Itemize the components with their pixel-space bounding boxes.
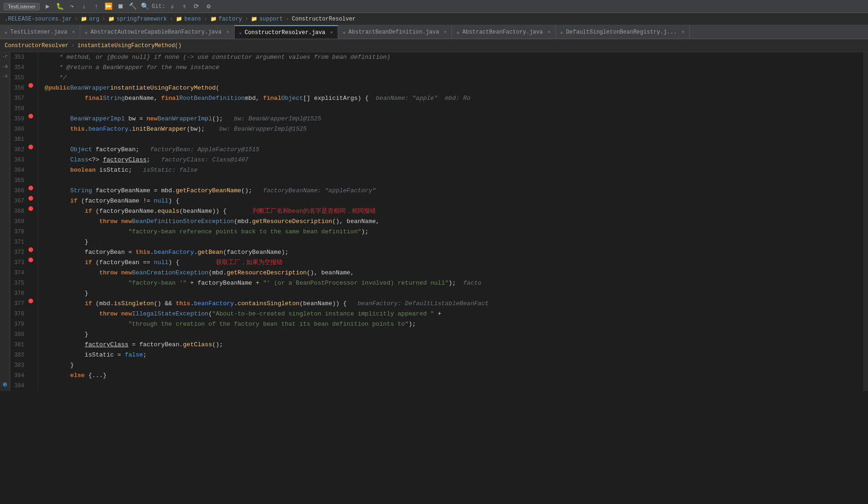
line-366: 366 (10, 186, 38, 196)
line-364: 364 (10, 165, 38, 175)
java-icon-5: ☕ (457, 29, 459, 35)
line-394: 394 (10, 381, 38, 391)
toolbar: TestListener ▶ 🐛 ↷ ↓ ↑ ⏩ ⏹ 🔨 🔍 Git: ⇓ ⇑ … (0, 0, 868, 13)
code-line-369: throw new BeanDefinitionStoreException(m… (41, 217, 863, 227)
line-383: 383 (10, 360, 38, 371)
code-line-357: final String beanName, final RootBeanDef… (41, 93, 863, 104)
sidebar-debug-icon[interactable]: -r (2, 54, 7, 59)
sidebar-a-icon[interactable]: -a (2, 64, 7, 69)
java-icon-3: ☕ (239, 30, 242, 35)
left-sidebar: -r -a -s ⊕ (0, 52, 10, 391)
line-379: 379 (10, 319, 38, 329)
line-369: 369 (10, 217, 38, 227)
line-371: 371 (10, 237, 38, 247)
breadcrumb: .RELEASE-sources.jar › 📁 org › 📁 springf… (0, 13, 868, 25)
code-line-376: } (41, 288, 863, 299)
step-out-icon[interactable]: ↑ (91, 1, 101, 12)
git-history-icon[interactable]: ⟳ (191, 1, 201, 12)
nav-method[interactable]: instantiateUsingFactoryMethod() (77, 42, 181, 49)
breadcrumb-class[interactable]: ConstructorResolver (292, 16, 356, 22)
stop-icon[interactable]: ⏹ (115, 1, 125, 12)
editor-main: -r -a -s ⊕ 353 354 355 356 357 358 359 3… (0, 52, 868, 391)
tab-close-6[interactable]: × (681, 29, 685, 35)
code-line-362: Object factoryBean; factoryBean: AppleFa… (41, 145, 863, 155)
tab-abstractbeandefinition[interactable]: ☕ AbstractBeanDefinition.java × (338, 25, 452, 39)
nav-row: ConstructorResolver › instantiateUsingFa… (0, 39, 868, 52)
vertical-scrollbar[interactable] (863, 52, 868, 391)
code-line-360: this.beanFactory.initBeanWrapper(bw); bw… (41, 124, 863, 134)
line-375: 375 (10, 278, 38, 288)
breadcrumb-jar[interactable]: .RELEASE-sources.jar (5, 16, 72, 22)
breadcrumb-factory[interactable]: factory (219, 16, 242, 22)
line-370: 370 (10, 227, 38, 237)
step-into-icon[interactable]: ↓ (79, 1, 89, 12)
tab-close-4[interactable]: × (444, 29, 447, 35)
debug-icon[interactable]: 🐛 (55, 1, 65, 12)
git-label: Git: (152, 3, 165, 10)
line-380: 380 (10, 329, 38, 340)
tab-close-1[interactable]: × (72, 29, 75, 35)
breadcrumb-springframework[interactable]: springframework (117, 16, 167, 22)
code-line-378: throw new IllegalStateException("About-t… (41, 309, 863, 319)
code-line-374: throw new BeanCreationException(mbd.getR… (41, 268, 863, 278)
breadcrumb-support[interactable]: support (259, 16, 283, 22)
build-icon[interactable]: 🔨 (127, 1, 138, 12)
line-359: 359 (10, 114, 38, 124)
tab-defaultsingleton[interactable]: ☕ DefaultSingletonBeanRegistry.j... × (556, 25, 690, 39)
code-line-361 (41, 134, 863, 145)
code-line-365 (41, 175, 863, 186)
tab-close-2[interactable]: × (226, 29, 229, 35)
line-353: 353 (10, 52, 38, 63)
line-378: 378 (10, 309, 38, 319)
toolbar-icons: ▶ 🐛 ↷ ↓ ↑ ⏩ ⏹ 🔨 🔍 Git: ⇓ ⇑ ⟳ ⚙ (42, 1, 214, 12)
code-text-area[interactable]: * method, or {@code null} if none (-> us… (38, 52, 863, 391)
code-line-380: } (41, 329, 863, 340)
tab-label-4: AbstractBeanDefinition.java (348, 29, 439, 35)
folder-icon-5: 📁 (251, 16, 257, 22)
sidebar-bottom-icon[interactable]: ⊕ (3, 380, 7, 389)
line-number-gutter: 353 354 355 356 357 358 359 360 361 362 … (10, 52, 38, 391)
line-357: 357 (10, 93, 38, 104)
tab-close-5[interactable]: × (548, 29, 551, 35)
line-360: 360 (10, 124, 38, 134)
line-373: 373 (10, 258, 38, 268)
line-381: 381 (10, 340, 38, 350)
code-line-356: @ public BeanWrapper instantiateUsingFac… (41, 83, 863, 93)
code-line-375: "factory-bean '" + factoryBeanName + "' … (41, 278, 863, 288)
line-363: 363 (10, 155, 38, 165)
code-line-359: BeanWrapperImpl bw = new BeanWrapperImpl… (41, 114, 863, 124)
tab-abstractbeanfactory[interactable]: ☕ AbstractBeanFactory.java × (452, 25, 556, 39)
java-icon-1: ☕ (5, 29, 7, 35)
breadcrumb-org[interactable]: org (89, 16, 99, 22)
run-icon[interactable]: ▶ (42, 1, 53, 12)
tab-testlistener[interactable]: ☕ TestListener.java × (0, 25, 80, 39)
step-over-icon[interactable]: ↷ (67, 1, 77, 12)
folder-icon-3: 📁 (176, 16, 182, 22)
folder-icon-1: 📁 (81, 16, 87, 22)
resume-icon[interactable]: ⏩ (103, 1, 113, 12)
code-line-353: * method, or {@code null} if none (-> us… (41, 52, 863, 63)
sidebar-s-icon[interactable]: -s (2, 74, 7, 79)
code-line-355: */ (41, 73, 863, 83)
tab-constructorresolver[interactable]: ☕ ConstructorResolver.java × (235, 25, 338, 39)
project-button[interactable]: TestListener (4, 3, 40, 10)
git-push-icon[interactable]: ⇑ (179, 1, 189, 12)
line-384: 384 (10, 371, 38, 381)
nav-class[interactable]: ConstructorResolver (5, 42, 69, 49)
settings-icon[interactable]: ⚙ (203, 1, 214, 12)
tab-label-1: TestListener.java (10, 29, 67, 35)
line-372: 372 (10, 247, 38, 258)
folder-icon-4: 📁 (210, 16, 217, 22)
tab-close-3[interactable]: × (330, 30, 333, 35)
git-fetch-icon[interactable]: ⇓ (167, 1, 177, 12)
breadcrumb-beans[interactable]: beans (184, 16, 201, 22)
code-line-377: if (mbd.isSingleton() && this.beanFactor… (41, 299, 863, 309)
code-editor[interactable]: 353 354 355 356 357 358 359 360 361 362 … (10, 52, 868, 391)
code-line-382: isStatic = false; (41, 350, 863, 360)
code-line-372: factoryBean = this.beanFactory.getBean(f… (41, 247, 863, 258)
java-icon-6: ☕ (561, 29, 563, 35)
tab-label-2: AbstractAutowireCapableBeanFactory.java (90, 29, 222, 35)
code-line-358 (41, 104, 863, 114)
search-icon[interactable]: 🔍 (139, 1, 150, 12)
tab-abstractautowire[interactable]: ☕ AbstractAutowireCapableBeanFactory.jav… (80, 25, 235, 39)
